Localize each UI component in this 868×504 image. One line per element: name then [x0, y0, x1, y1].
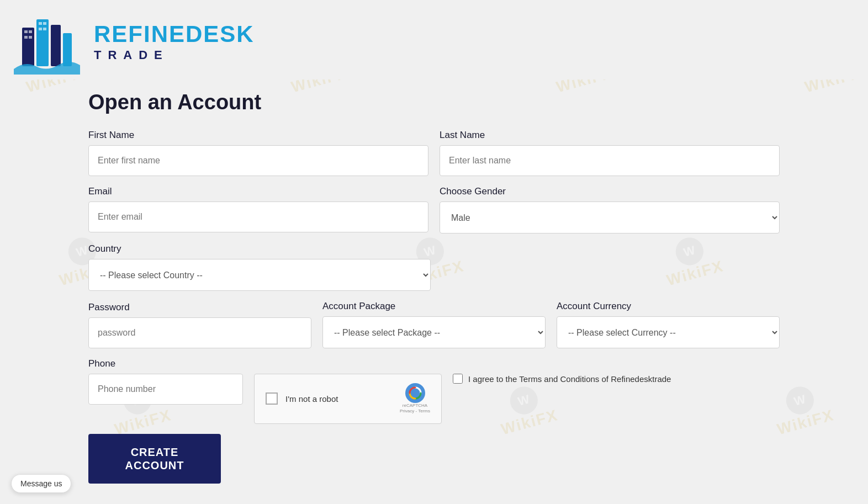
recaptcha-branding: reCAPTCHAPrivacy - Terms	[400, 403, 430, 415]
logo-icon	[11, 6, 83, 77]
currency-label: Account Currency	[557, 301, 780, 312]
last-name-group: Last Name	[440, 130, 780, 176]
email-group: Email	[88, 186, 428, 234]
phone-input[interactable]	[88, 374, 243, 405]
svg-rect-5	[29, 30, 32, 33]
password-label: Password	[88, 302, 311, 313]
currency-select[interactable]: -- Please select Currency --	[557, 316, 780, 348]
captcha-checkbox[interactable]	[266, 392, 278, 405]
package-select[interactable]: -- Please select Package --	[322, 316, 546, 348]
phone-label: Phone	[88, 358, 243, 369]
brand-text: REFINEDESK TRADE	[94, 23, 255, 62]
phone-group: Phone	[88, 358, 243, 405]
password-package-row: Password Account Package -- Please selec…	[88, 301, 780, 348]
svg-rect-7	[29, 36, 32, 39]
recaptcha-logo-icon	[405, 383, 425, 403]
svg-rect-2	[51, 25, 61, 66]
svg-rect-9	[43, 22, 46, 25]
svg-rect-4	[24, 30, 28, 33]
email-gender-row: Email Choose Gender Male Female Other	[88, 186, 780, 234]
name-row: First Name Last Name	[88, 130, 780, 176]
svg-rect-0	[22, 28, 34, 66]
last-name-label: Last Name	[440, 130, 780, 141]
brand-name: REFINEDESK	[94, 23, 255, 46]
page-title: Open an Account	[88, 91, 780, 114]
header: REFINEDESK TRADE	[0, 0, 868, 79]
country-label: Country	[88, 243, 431, 254]
main-content: Open an Account First Name Last Name Ema…	[0, 79, 868, 504]
last-name-input[interactable]	[440, 145, 780, 176]
captcha-widget[interactable]: I'm not a robot reCAPTCHAPrivacy - Terms	[254, 374, 442, 424]
email-label: Email	[88, 186, 428, 197]
first-name-input[interactable]	[88, 145, 428, 176]
gender-select[interactable]: Male Female Other	[440, 201, 780, 234]
gender-label: Choose Gender	[440, 186, 780, 197]
captcha-right: reCAPTCHAPrivacy - Terms	[400, 383, 430, 415]
submit-row: CREATE ACCOUNT	[88, 434, 780, 484]
password-group: Password	[88, 302, 311, 348]
svg-rect-10	[39, 28, 42, 30]
terms-group: I agree to the Terms and Conditions of R…	[453, 374, 780, 384]
terms-label: I agree to the Terms and Conditions of R…	[468, 374, 671, 384]
country-group: Country -- Please select Country --	[88, 243, 431, 291]
create-account-button[interactable]: CREATE ACCOUNT	[88, 434, 221, 484]
svg-rect-1	[36, 19, 49, 66]
terms-checkbox[interactable]	[453, 374, 463, 384]
svg-rect-3	[63, 33, 72, 66]
message-us-button[interactable]: Message us	[11, 474, 71, 493]
captcha-label: I'm not a robot	[285, 394, 338, 404]
captcha-left: I'm not a robot	[266, 392, 338, 405]
phone-captcha-row: Phone I'm not a robot reCAPTCHA	[88, 358, 780, 424]
logo	[11, 6, 83, 79]
svg-rect-8	[39, 22, 42, 25]
svg-point-12	[405, 383, 425, 403]
svg-rect-11	[43, 28, 46, 30]
brand-subtitle: TRADE	[94, 48, 255, 62]
email-input[interactable]	[88, 201, 428, 232]
registration-form: First Name Last Name Email Choose Gender…	[88, 130, 780, 484]
country-row: Country -- Please select Country --	[88, 243, 780, 291]
package-group: Account Package -- Please select Package…	[322, 301, 546, 348]
svg-rect-6	[24, 36, 28, 39]
first-name-label: First Name	[88, 130, 428, 141]
gender-group: Choose Gender Male Female Other	[440, 186, 780, 234]
package-label: Account Package	[322, 301, 546, 312]
currency-group: Account Currency -- Please select Curren…	[557, 301, 780, 348]
country-select[interactable]: -- Please select Country --	[88, 259, 431, 291]
first-name-group: First Name	[88, 130, 428, 176]
password-input[interactable]	[88, 317, 311, 348]
